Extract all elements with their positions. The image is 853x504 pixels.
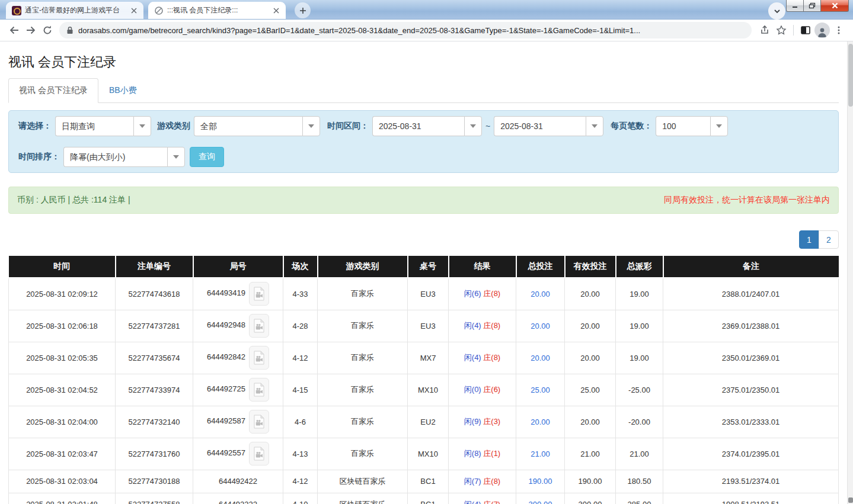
cell-round-no: 644492842 <box>193 342 283 374</box>
new-tab-button[interactable] <box>295 2 311 18</box>
cell-valid-bet: 21.00 <box>565 438 616 470</box>
restore-button[interactable] <box>804 0 821 12</box>
video-replay-button[interactable] <box>249 410 269 434</box>
video-replay-button[interactable] <box>249 442 269 466</box>
cell-bet-no: 522774727558 <box>116 493 193 504</box>
cell-remark: 1908.51/2193.51 <box>663 493 839 504</box>
table-header-row: 时间注单编号局号场次游戏类别桌号结果总投注有效投注总派彩备注 <box>9 256 839 278</box>
video-replay-button[interactable] <box>249 282 269 306</box>
result-player: 闲(4) <box>464 353 481 362</box>
total-bet-link[interactable]: 25.00 <box>531 386 550 394</box>
bookmark-star-icon[interactable] <box>773 22 790 38</box>
cell-time: 2025-08-31 02:04:00 <box>9 406 116 438</box>
cell-round-no: 644492222 <box>193 493 283 504</box>
url-text: dorasabs.com/game/betrecord_search/kind3… <box>78 26 640 35</box>
scrollbar-thumb[interactable] <box>848 44 853 107</box>
chevron-down-icon[interactable] <box>302 116 320 136</box>
total-bet-link[interactable]: 20.00 <box>531 418 550 426</box>
video-replay-button[interactable] <box>249 314 269 338</box>
pagination-page-1[interactable]: 1 <box>799 230 819 249</box>
page-size-label: 每页笔数： <box>611 121 652 131</box>
round-no: 644492948 <box>207 320 245 329</box>
cell-valid-bet: 25.00 <box>565 374 616 406</box>
address-bar[interactable]: dorasabs.com/game/betrecord_search/kind3… <box>59 22 752 38</box>
chevron-down-icon[interactable] <box>710 116 728 136</box>
cell-bet-no: 522774743618 <box>116 278 193 310</box>
cell-session: 4-28 <box>283 310 318 342</box>
pagination-page-2[interactable]: 2 <box>819 230 839 249</box>
cell-valid-bet: 20.00 <box>565 406 616 438</box>
chevron-down-icon[interactable] <box>464 116 482 136</box>
cell-time: 2025-08-31 02:03:04 <box>9 470 116 493</box>
back-button[interactable] <box>6 22 23 38</box>
currency-total-text: 币别 : 人民币 | 总共 :114 注单 | <box>17 195 130 206</box>
page-size-select[interactable]: 100 <box>656 116 728 136</box>
table-row: 2025-08-31 02:05:35522774735674644492842… <box>9 342 839 374</box>
table-row: 2025-08-31 02:01:48522774727558644492222… <box>9 493 839 504</box>
toolbar-divider <box>793 25 794 36</box>
total-bet-link[interactable]: 20.00 <box>531 354 550 362</box>
menu-kebab-icon[interactable] <box>830 22 847 38</box>
video-replay-button[interactable] <box>249 378 269 402</box>
scrollbar-bottom[interactable] <box>848 497 853 503</box>
reload-button[interactable] <box>39 22 56 38</box>
table-row: 2025-08-31 02:04:52522774733974644492725… <box>9 374 839 406</box>
cell-session: 4-10 <box>283 493 318 504</box>
total-bet-link[interactable]: 20.00 <box>531 290 550 298</box>
tab2-favicon-globe-icon <box>154 6 164 15</box>
chevron-down-icon[interactable] <box>167 147 185 167</box>
cell-total-bet: 20.00 <box>516 310 565 342</box>
column-header: 游戏类别 <box>318 256 408 278</box>
table-body: 2025-08-31 02:09:12522774743618644493419… <box>9 278 839 504</box>
cell-remark: 2388.01/2407.01 <box>663 278 839 310</box>
result-player: 闲(0) <box>464 385 481 394</box>
total-bet-link[interactable]: 190.00 <box>529 477 552 486</box>
video-replay-button[interactable] <box>249 346 269 370</box>
browser-tab-1[interactable]: 通宝-信誉最好的网上游戏平台 <box>6 2 143 19</box>
query-type-select[interactable]: 日期查询 <box>55 116 151 136</box>
cell-time: 2025-08-31 02:04:52 <box>9 374 116 406</box>
result-banker: 庄(8) <box>483 477 500 486</box>
tab-bet-records[interactable]: 视讯 会员下注纪录 <box>8 78 98 103</box>
chevron-down-icon[interactable] <box>586 116 603 136</box>
page-title: 视讯 会员下注纪录 <box>8 41 839 71</box>
cell-total-bet: 21.00 <box>516 438 565 470</box>
profile-avatar[interactable] <box>814 22 830 38</box>
cell-round-no: 644492422 <box>193 470 283 493</box>
total-bet-link[interactable]: 300.00 <box>529 500 552 504</box>
total-bet-link[interactable]: 20.00 <box>531 322 550 330</box>
tab-bb-tip[interactable]: BB小费 <box>98 78 148 103</box>
cell-remark: 2350.01/2369.01 <box>663 342 839 374</box>
total-bet-link[interactable]: 21.00 <box>531 450 550 458</box>
cell-game-type: 百家乐 <box>318 438 408 470</box>
sort-select[interactable]: 降幂(由大到小) <box>63 147 185 167</box>
tab2-close-icon[interactable] <box>271 6 281 15</box>
cell-table-no: EU3 <box>408 310 449 342</box>
cell-result: 闲(4) 庄(7) <box>449 493 516 504</box>
column-header: 总派彩 <box>616 256 663 278</box>
bet-records-table: 时间注单编号局号场次游戏类别桌号结果总投注有效投注总派彩备注 2025-08-3… <box>8 256 839 504</box>
cell-session: 4-6 <box>283 406 318 438</box>
cell-payout: 19.00 <box>616 310 663 342</box>
date-start-select[interactable]: 2025-08-31 <box>372 116 482 136</box>
close-button[interactable] <box>821 0 849 12</box>
forward-button[interactable] <box>23 22 39 38</box>
avatar-person-icon <box>814 23 830 38</box>
cell-table-no: BC1 <box>408 470 449 493</box>
browser-tab-2-active[interactable]: :::视讯 会员下注纪录::: <box>148 2 286 19</box>
side-panel-icon[interactable] <box>797 22 814 38</box>
search-button[interactable]: 查询 <box>190 147 224 167</box>
window-controls <box>786 0 849 12</box>
video-replay-icon <box>253 415 265 429</box>
scrollbar[interactable] <box>847 41 853 504</box>
game-type-select[interactable]: 全部 <box>194 116 320 136</box>
minimize-button[interactable] <box>786 0 804 12</box>
cell-remark: 2369.01/2388.01 <box>663 310 839 342</box>
tab-search-chevron-button[interactable] <box>768 2 785 20</box>
date-end-select[interactable]: 2025-08-31 <box>494 116 603 136</box>
round-no: 644492842 <box>207 352 245 361</box>
tab1-close-icon[interactable] <box>129 6 139 15</box>
chevron-down-icon[interactable] <box>133 116 151 136</box>
sort-label: 时间排序： <box>18 152 60 162</box>
share-icon[interactable] <box>756 22 773 38</box>
